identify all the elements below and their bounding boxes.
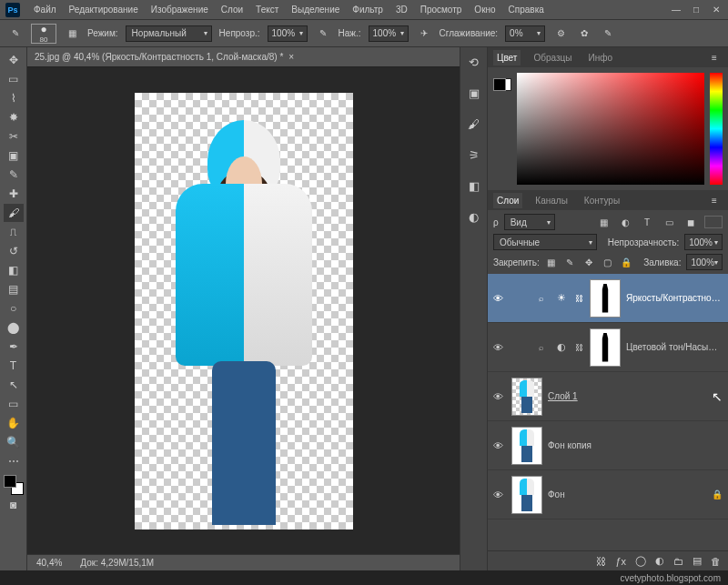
brush-tool[interactable]: 🖌 — [4, 204, 24, 222]
tab-info[interactable]: Инфо — [584, 50, 616, 66]
color-field[interactable] — [517, 73, 704, 185]
menu-window[interactable]: Окно — [468, 2, 501, 17]
crop-tool[interactable]: ✂ — [4, 127, 24, 146]
gradient-tool[interactable]: ▤ — [4, 280, 24, 298]
layer-name[interactable]: Слой 1 — [548, 391, 706, 401]
history-brush-tool[interactable]: ↺ — [4, 242, 24, 260]
eyedropper-tool[interactable]: ✎ — [4, 166, 24, 184]
delete-layer-icon[interactable]: 🗑 — [711, 556, 721, 567]
layer-row[interactable]: 👁 ⌕ ☀ ⛓ Яркость/Контрастнос... — [488, 274, 728, 323]
menu-text[interactable]: Текст — [249, 2, 285, 17]
edit-toolbar-icon[interactable]: ⋯ — [4, 452, 24, 470]
panel-menu-icon[interactable]: ≡ — [706, 49, 723, 66]
pressure-size-icon[interactable]: ✎ — [600, 25, 616, 42]
frame-tool[interactable]: ▣ — [4, 146, 24, 165]
clone-source-panel-icon[interactable]: ◧ — [465, 177, 483, 195]
marquee-tool[interactable]: ▭ — [4, 70, 24, 88]
symmetry-icon[interactable]: ✿ — [576, 25, 592, 42]
restore-icon[interactable]: □ — [690, 5, 703, 15]
tab-channels[interactable]: Каналы — [531, 193, 571, 208]
new-adjustment-icon[interactable]: ◐ — [655, 555, 664, 567]
mask-link-icon[interactable]: ⛓ — [575, 294, 584, 303]
link-layers-icon[interactable]: ⛓ — [596, 556, 606, 567]
add-mask-icon[interactable]: ◯ — [635, 555, 646, 567]
menu-filter[interactable]: Фильтр — [346, 2, 389, 17]
minimize-icon[interactable]: — — [670, 5, 682, 15]
flow-field[interactable]: 100% — [369, 25, 409, 42]
opacity-field[interactable]: 100% — [268, 25, 308, 42]
visibility-toggle-icon[interactable]: 👁 — [493, 391, 506, 402]
visibility-toggle-icon[interactable]: 👁 — [493, 489, 506, 500]
filter-toggle[interactable] — [704, 216, 723, 228]
zoom-level[interactable]: 40,4% — [36, 558, 62, 568]
lock-pixels-icon[interactable]: ▦ — [545, 254, 559, 270]
close-icon[interactable]: ✕ — [710, 5, 723, 15]
panel-menu-icon[interactable]: ≡ — [706, 192, 723, 208]
brushes-panel-icon[interactable]: 🖌 — [465, 115, 483, 133]
eraser-tool[interactable]: ◧ — [4, 261, 24, 279]
lock-move-icon[interactable]: ✥ — [582, 254, 596, 270]
airbrush-icon[interactable]: ✈ — [416, 25, 432, 42]
layer-name[interactable]: Яркость/Контрастнос... — [626, 293, 723, 303]
filter-shape-icon[interactable]: ▭ — [661, 214, 677, 230]
lock-all-icon[interactable]: 🔒 — [620, 254, 633, 270]
filter-smart-icon[interactable]: ◼ — [682, 214, 699, 230]
layer-mask-thumb[interactable] — [590, 328, 621, 367]
brush-panel-toggle-icon[interactable]: ▦ — [64, 25, 80, 42]
menu-layers[interactable]: Слои — [215, 2, 249, 17]
visibility-toggle-icon[interactable]: 👁 — [493, 293, 506, 304]
hue-slider[interactable] — [710, 73, 723, 185]
menu-select[interactable]: Выделение — [285, 2, 346, 17]
lock-position-icon[interactable]: ✎ — [563, 254, 577, 270]
fill-field[interactable]: 100% — [686, 254, 723, 270]
document-tab[interactable]: 25.jpg @ 40,4% (Яркость/Контрастность 1,… — [27, 47, 460, 67]
menu-file[interactable]: Файл — [27, 2, 63, 17]
pen-tool[interactable]: ✒ — [4, 338, 24, 356]
pressure-opacity-icon[interactable]: ✎ — [315, 25, 331, 42]
layer-name[interactable]: Фон копия — [548, 440, 723, 450]
mask-link-icon[interactable]: ⛓ — [575, 343, 584, 352]
filter-pixel-icon[interactable]: ▦ — [595, 214, 612, 230]
doc-size[interactable]: Док: 4,29M/15,1M — [80, 558, 154, 568]
menu-view[interactable]: Просмотр — [414, 2, 469, 17]
zoom-tool[interactable]: 🔍 — [4, 433, 24, 451]
layer-fx-icon[interactable]: ƒx — [615, 556, 626, 567]
move-tool[interactable]: ✥ — [4, 51, 24, 69]
quick-select-tool[interactable]: ✸ — [4, 108, 24, 126]
new-group-icon[interactable]: 🗀 — [673, 556, 683, 567]
layer-name[interactable]: Фон — [548, 489, 706, 499]
layer-name[interactable]: Цветовой тон/Насыщ... — [626, 342, 723, 352]
quickmask-toggle[interactable]: ◙ — [4, 496, 24, 514]
blur-tool[interactable]: ○ — [4, 299, 24, 318]
visibility-toggle-icon[interactable]: 👁 — [493, 440, 506, 451]
layer-row[interactable]: 👁 Фон 🔒 — [488, 470, 728, 519]
new-layer-icon[interactable]: ▤ — [693, 555, 702, 567]
tab-swatches[interactable]: Образцы — [530, 50, 575, 66]
stamp-tool[interactable]: ⎍ — [4, 223, 24, 241]
smoothing-options-icon[interactable]: ⚙ — [552, 25, 569, 42]
hand-tool[interactable]: ✋ — [4, 414, 24, 432]
tab-paths[interactable]: Контуры — [581, 193, 623, 208]
tab-layers[interactable]: Слои — [493, 193, 522, 208]
path-select-tool[interactable]: ↖ — [4, 376, 24, 394]
visibility-toggle-icon[interactable]: 👁 — [493, 342, 506, 353]
healing-tool[interactable]: ✚ — [4, 185, 24, 203]
brush-settings-panel-icon[interactable]: ⚞ — [465, 146, 483, 164]
filter-icon[interactable]: ρ — [493, 217, 499, 227]
layer-row[interactable]: 👁 ⌕ ◐ ⛓ Цветовой тон/Насыщ... — [488, 323, 728, 372]
shape-tool[interactable]: ▭ — [4, 395, 24, 413]
fg-bg-swatch[interactable] — [493, 73, 511, 91]
lasso-tool[interactable]: ⌇ — [4, 89, 24, 107]
layer-thumb[interactable] — [511, 476, 542, 514]
adjustments-panel-icon[interactable]: ◐ — [465, 207, 483, 226]
menu-3d[interactable]: 3D — [389, 2, 414, 17]
layer-row[interactable]: 👁 Слой 1 ↖ — [488, 372, 728, 421]
layer-thumb[interactable] — [511, 378, 542, 416]
layer-row[interactable]: 👁 Фон копия — [488, 421, 728, 470]
menu-edit[interactable]: Редактирование — [63, 2, 145, 17]
smoothing-field[interactable]: 0% — [505, 25, 545, 42]
canvas[interactable] — [27, 67, 460, 554]
blend-mode-dropdown[interactable]: Нормальный — [126, 25, 212, 42]
menu-help[interactable]: Справка — [502, 2, 551, 17]
tab-color[interactable]: Цвет — [493, 50, 521, 66]
